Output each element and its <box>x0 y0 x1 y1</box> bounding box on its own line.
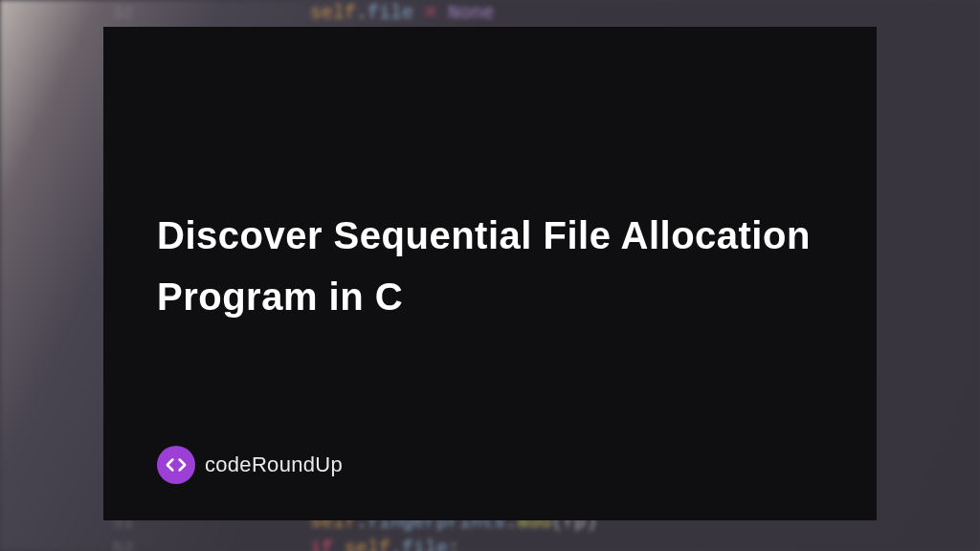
title-card: Discover Sequential File Allocation Prog… <box>103 27 877 520</box>
title-line-2: Program in C <box>157 276 403 318</box>
title-line-1: Discover Sequential File Allocation <box>157 214 811 256</box>
main-title: Discover Sequential File Allocation Prog… <box>157 205 838 327</box>
brand-logo: codeRoundUp <box>157 446 343 484</box>
title-block: Discover Sequential File Allocation Prog… <box>157 205 838 327</box>
brand-name: codeRoundUp <box>205 452 343 477</box>
logo-code-icon <box>157 446 195 484</box>
